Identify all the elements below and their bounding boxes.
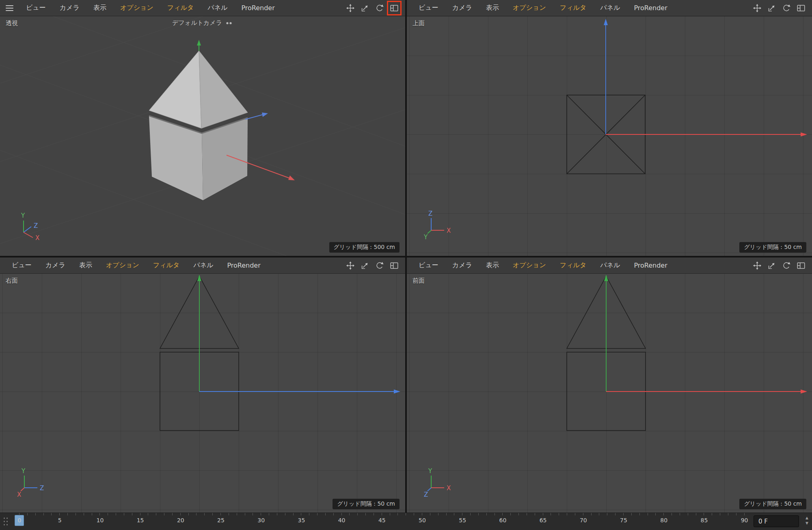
toggle-layout-icon[interactable] — [796, 3, 806, 13]
timeline-tick-label: 85 — [700, 517, 708, 524]
viewport-top: ビュー カメラ 表示 オプション フィルタ パネル ProRender 上面 — [407, 0, 812, 256]
timeline-tick-label: 30 — [257, 517, 265, 524]
timeline-tick-label: 5 — [58, 517, 62, 524]
svg-text:Z: Z — [424, 491, 428, 498]
move-view-icon[interactable] — [752, 3, 762, 13]
timeline-tick-label: 60 — [499, 517, 506, 524]
menu-filter[interactable]: フィルタ — [553, 261, 594, 270]
menu-camera[interactable]: カメラ — [445, 4, 479, 12]
menu-filter[interactable]: フィルタ — [160, 4, 201, 12]
hamburger-menu-icon[interactable] — [6, 5, 13, 11]
menu-options[interactable]: オプション — [506, 4, 553, 12]
menu-options[interactable]: オプション — [506, 261, 553, 270]
menu-display[interactable]: 表示 — [86, 4, 113, 12]
current-frame-field[interactable]: 0 F — [754, 515, 799, 527]
svg-text:Y: Y — [21, 212, 25, 219]
viewport-name-label: 右面 — [6, 277, 18, 285]
menu-panel[interactable]: パネル — [201, 4, 234, 12]
camera-label: デフォルトカメラ — [0, 19, 405, 27]
perspective-canvas[interactable]: 透視 デフォルトカメラ — [0, 16, 405, 256]
front-view-canvas[interactable]: 前面 Y Z X — [407, 274, 812, 513]
menu-options[interactable]: オプション — [113, 4, 160, 12]
move-view-icon[interactable] — [345, 3, 356, 13]
timeline-tick-label: 90 — [741, 517, 748, 524]
orientation-gizmo: Y Z X — [424, 467, 451, 498]
menu-view[interactable]: ビュー — [412, 4, 445, 12]
timeline-tick-label: 0 — [18, 517, 22, 524]
top-view-scene[interactable]: Z Y X — [407, 16, 812, 256]
menu-camera[interactable]: カメラ — [39, 261, 72, 270]
rotate-view-icon[interactable] — [781, 260, 792, 271]
svg-text:X: X — [447, 485, 451, 492]
menu-filter[interactable]: フィルタ — [553, 4, 594, 12]
menu-display[interactable]: 表示 — [72, 261, 99, 270]
viewport-menubar: ビュー カメラ 表示 オプション フィルタ パネル ProRender — [0, 257, 405, 274]
menu-panel[interactable]: パネル — [593, 4, 627, 12]
toggle-layout-icon[interactable] — [389, 260, 400, 271]
viewport-perspective: ビュー カメラ 表示 オプション フィルタ パネル ProRender 透視 デ… — [0, 0, 405, 256]
rotate-view-icon[interactable] — [781, 3, 792, 13]
timeline-tick-label: 35 — [298, 517, 305, 524]
timeline-bar: 051015202530354045505560657075808590 0 F… — [0, 513, 812, 530]
timeline-tick-label: 45 — [378, 517, 386, 524]
menu-prorender[interactable]: ProRender — [627, 4, 674, 12]
menu-options[interactable]: オプション — [99, 261, 146, 270]
menu-camera[interactable]: カメラ — [53, 4, 86, 12]
world-axes — [197, 275, 400, 394]
menu-prorender[interactable]: ProRender — [220, 262, 267, 269]
perspective-scene[interactable]: Y Z X — [0, 16, 405, 256]
timeline-tick-label: 40 — [338, 517, 346, 524]
timeline-tick-label: 20 — [177, 517, 184, 524]
right-view-scene[interactable]: Y X Z — [0, 274, 405, 513]
frame-stepper-down-icon[interactable]: ▼ — [806, 521, 808, 526]
move-view-icon[interactable] — [752, 260, 762, 271]
svg-text:Y: Y — [423, 234, 428, 241]
zoom-view-icon[interactable] — [767, 3, 777, 13]
svg-text:X: X — [17, 491, 21, 498]
house-object[interactable] — [149, 51, 248, 200]
zoom-view-icon[interactable] — [360, 3, 370, 13]
toggle-layout-icon[interactable] — [796, 260, 806, 271]
right-view-canvas[interactable]: 右面 Y X Z — [0, 274, 405, 513]
svg-text:Z: Z — [34, 222, 38, 229]
menu-display[interactable]: 表示 — [479, 4, 506, 12]
menu-prorender[interactable]: ProRender — [234, 4, 281, 12]
menu-display[interactable]: 表示 — [479, 261, 506, 270]
view-nav-icons — [345, 260, 400, 271]
viewport-menubar: ビュー カメラ 表示 オプション フィルタ パネル ProRender — [407, 257, 812, 274]
grid-spacing-badge: グリッド間隔 : 50 cm — [739, 242, 806, 253]
svg-text:Z: Z — [428, 210, 432, 217]
frame-stepper[interactable]: ▲ ▼ — [806, 515, 808, 526]
menu-panel[interactable]: パネル — [186, 261, 220, 270]
rotate-view-icon[interactable] — [374, 3, 385, 13]
menu-camera[interactable]: カメラ — [445, 261, 479, 270]
move-view-icon[interactable] — [345, 260, 356, 271]
orientation-gizmo: Y Z X — [21, 212, 39, 242]
zoom-view-icon[interactable] — [767, 260, 777, 271]
top-view-canvas[interactable]: 上面 Z Y X — [407, 16, 812, 256]
menu-prorender[interactable]: ProRender — [627, 262, 674, 269]
orientation-gizmo: Z Y X — [423, 210, 451, 241]
timeline-tick-label: 50 — [419, 517, 426, 524]
toggle-layout-icon[interactable] — [389, 3, 400, 13]
menu-filter[interactable]: フィルタ — [146, 261, 187, 270]
viewport-name-label: 上面 — [412, 19, 425, 27]
zoom-view-icon[interactable] — [360, 260, 370, 271]
timeline-tick-label: 75 — [620, 517, 627, 524]
menu-view[interactable]: ビュー — [5, 261, 39, 270]
timeline-ruler[interactable]: 051015202530354045505560657075808590 — [0, 513, 751, 530]
menu-view[interactable]: ビュー — [412, 261, 445, 270]
viewport-menubar: ビュー カメラ 表示 オプション フィルタ パネル ProRender — [407, 0, 812, 16]
menu-panel[interactable]: パネル — [593, 261, 627, 270]
timeline-tick-label: 70 — [580, 517, 587, 524]
viewport-name-label: 前面 — [412, 277, 425, 285]
menu-view[interactable]: ビュー — [19, 4, 53, 12]
timeline-tick-label: 15 — [137, 517, 144, 524]
front-view-scene[interactable]: Y Z X — [407, 274, 812, 513]
rotate-view-icon[interactable] — [374, 260, 385, 271]
frame-stepper-up-icon[interactable]: ▲ — [806, 515, 808, 521]
timeline-tick-label: 10 — [96, 517, 104, 524]
world-axes — [604, 19, 807, 136]
timeline-tick-label: 55 — [459, 517, 466, 524]
grid-spacing-badge: グリッド間隔 : 50 cm — [333, 499, 400, 509]
